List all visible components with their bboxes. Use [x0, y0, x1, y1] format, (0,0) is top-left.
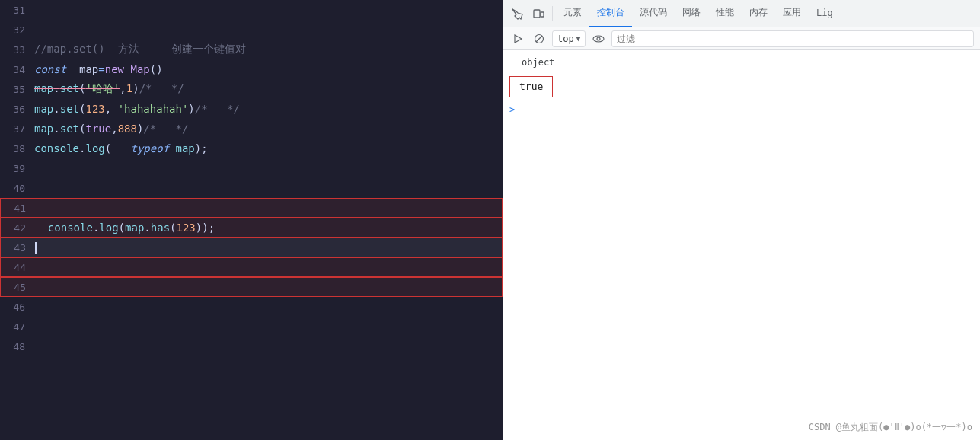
watermark: CSDN @鱼丸粗面(●'Ⅱ'●)o(*一▽一*)o — [809, 421, 972, 434]
line-content: map.set(true,888)/* */ — [34, 123, 503, 135]
line-number: 41 — [1, 202, 35, 214]
line-number: 43 — [1, 242, 35, 253]
custom-formatters-icon[interactable] — [590, 30, 607, 47]
result-box-true: true — [509, 76, 553, 97]
tab-console[interactable]: 控制台 — [589, 0, 632, 27]
code-line-32: 32 — [0, 20, 503, 40]
line-number: 34 — [0, 64, 34, 75]
code-line-39: 39 — [0, 158, 503, 178]
clear-log-icon[interactable] — [531, 30, 547, 47]
code-line-38: 38 console.log( typeof map); — [0, 139, 503, 158]
line-number: 32 — [0, 24, 34, 36]
devtools-panel: 元素 控制台 源代码 网络 性能 内存 应用 Lig — [503, 0, 980, 440]
line-content: const map=new Map() — [34, 63, 503, 75]
svg-line-4 — [536, 36, 542, 42]
svg-marker-2 — [515, 35, 522, 43]
line-content: map.set(123, 'hahahahah')/* */ — [34, 103, 503, 115]
line-number: 46 — [0, 301, 34, 313]
svg-rect-0 — [534, 10, 540, 18]
svg-rect-1 — [541, 12, 544, 17]
line-number: 37 — [0, 123, 34, 135]
tab-sources[interactable]: 源代码 — [632, 0, 675, 27]
console-toolbar: top ▼ — [503, 27, 980, 50]
line-number: 40 — [0, 183, 34, 194]
console-output-object: object — [522, 57, 554, 68]
code-line-45: 45 — [0, 277, 503, 297]
code-line-47: 47 — [0, 317, 503, 336]
devtools-tabs-bar: 元素 控制台 源代码 网络 性能 内存 应用 Lig — [503, 0, 980, 27]
line-number: 45 — [1, 282, 35, 293]
line-content: //map.set() 方法 创建一个键值对 — [34, 43, 503, 56]
code-line-40: 40 — [0, 178, 503, 198]
line-number: 42 — [1, 222, 35, 234]
console-result-true: true — [503, 72, 980, 101]
line-content: console.log(map.has(123)); — [35, 222, 502, 234]
code-line-33: 33 //map.set() 方法 创建一个键值对 — [0, 40, 503, 59]
dropdown-arrow-icon: ▼ — [576, 35, 580, 43]
line-number: 38 — [0, 143, 34, 155]
code-line-44: 44 — [0, 257, 503, 277]
context-label: top — [557, 33, 574, 44]
code-line-31: 31 — [0, 0, 503, 20]
code-line-37: 37 map.set(true,888)/* */ — [0, 119, 503, 139]
tab-divider — [552, 6, 553, 21]
tab-performance[interactable]: 性能 — [708, 0, 742, 27]
line-number: 39 — [0, 163, 34, 174]
line-number: 44 — [1, 262, 35, 273]
code-line-48: 48 — [0, 336, 503, 356]
code-line-34: 34 const map=new Map() — [0, 59, 503, 79]
tab-elements[interactable]: 元素 — [556, 0, 589, 27]
context-dropdown[interactable]: top ▼ — [552, 30, 586, 47]
line-content — [35, 241, 502, 254]
code-line-42: 42 console.log(map.has(123)); — [0, 218, 503, 238]
console-output: object true > — [503, 50, 980, 440]
code-line-36: 36 map.set(123, 'hahahahah')/* */ — [0, 99, 503, 119]
tab-application[interactable]: 应用 — [775, 0, 809, 27]
run-icon[interactable] — [509, 30, 526, 47]
svg-point-5 — [593, 36, 604, 42]
line-number: 35 — [0, 84, 34, 95]
line-number: 36 — [0, 104, 34, 115]
line-number: 31 — [0, 5, 34, 16]
code-editor: 31 32 33 //map.set() 方法 创建一个键值对 34 const… — [0, 0, 503, 440]
line-number: 47 — [0, 321, 34, 333]
code-line-43: 43 — [0, 238, 503, 257]
tab-lighthouse[interactable]: Lig — [809, 0, 841, 27]
tab-memory[interactable]: 内存 — [742, 0, 775, 27]
prompt-arrow-icon: > — [509, 104, 515, 115]
tab-network[interactable]: 网络 — [675, 0, 708, 27]
code-line-46: 46 — [0, 297, 503, 317]
filter-input[interactable] — [611, 30, 974, 47]
code-line-41: 41 — [0, 198, 503, 218]
console-message-object: object — [503, 53, 980, 72]
console-prompt[interactable]: > — [503, 101, 980, 118]
svg-point-6 — [597, 37, 600, 40]
device-icon[interactable] — [528, 3, 549, 24]
code-area: 31 32 33 //map.set() 方法 创建一个键值对 34 const… — [0, 0, 503, 440]
line-number: 33 — [0, 44, 34, 56]
line-number: 48 — [0, 341, 34, 352]
line-content: map.set('哈哈',1)/* */ — [34, 82, 503, 96]
code-line-35: 35 map.set('哈哈',1)/* */ — [0, 79, 503, 99]
inspect-icon[interactable] — [506, 3, 528, 24]
line-content: console.log( typeof map); — [34, 142, 503, 155]
